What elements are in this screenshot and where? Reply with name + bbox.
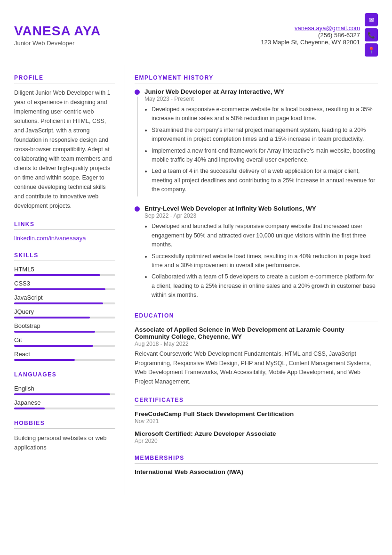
languages-title: LANGUAGES [14,371,115,380]
education-text: Relevant Coursework: Web Development Fun… [135,350,378,386]
job-dot-col [135,88,140,196]
skill-item: CSS3 [14,280,115,290]
skills-title: SKILLS [14,252,115,261]
skill-name: Bootstrap [14,322,115,329]
jobs-list: Junior Web Developer at Array Interactiv… [135,88,378,302]
certificate-date: Nov 2021 [135,418,378,424]
left-column: PROFILE Diligent Junior Web Developer wi… [0,65,125,495]
header-left: VANESA AYA Junior Web Developer [14,24,101,47]
hobbies-title: HOBBIES [14,420,115,429]
job-bullet: Developed and launched a fully responsiv… [152,222,378,249]
language-name: English [14,385,115,392]
job-dot [135,90,140,95]
job-line [137,97,138,196]
candidate-title: Junior Web Developer [14,40,101,47]
skill-item: HTML5 [14,266,115,276]
profile-text: Diligent Junior Web Developer with 1 yea… [14,88,115,211]
membership-entry: International Web Association (IWA) [135,468,378,475]
links-title: LINKS [14,221,115,230]
skills-list: HTML5 CSS3 JavaScript JQuery Bootstrap [14,266,115,361]
skill-name: React [14,351,115,358]
certificates-title: CERTIFICATES [135,397,378,406]
hobbies-text: Building personal websites or web applic… [14,433,115,452]
job-dot [135,206,140,212]
link-item: linkedin.com/in/vanesaaya [14,235,115,242]
education-title: EDUCATION [135,312,378,321]
skill-bar-bg [14,274,115,276]
job-bullet: Successfully optimized website load time… [152,252,378,270]
email-link[interactable]: vanesa.aya@gmail.com [295,24,360,32]
skill-item: Bootstrap [14,322,115,333]
education-section: EDUCATION Associate of Applied Science i… [135,312,378,386]
skill-name: JavaScript [14,294,115,301]
job-bullet: Implemented a new front-end framework fo… [152,147,378,165]
job-content: Entry-Level Web Developer at Infinity We… [144,205,378,302]
skill-item: React [14,351,115,361]
memberships-list: International Web Association (IWA) [135,468,378,475]
language-item: English [14,385,115,395]
profile-title: PROFILE [14,74,115,83]
language-bar-fill [14,393,110,395]
header-right: vanesa.aya@gmail.com (256) 586-6327 123 … [261,13,378,57]
skill-name: HTML5 [14,266,115,273]
skill-name: Git [14,336,115,343]
contact-info: vanesa.aya@gmail.com (256) 586-6327 123 … [261,24,360,46]
language-bar-fill [14,408,45,409]
language-bar-bg [14,393,115,395]
skill-item: Git [14,336,115,347]
skill-bar-bg [14,331,115,333]
languages-list: English Japanese [14,385,115,409]
skills-section: SKILLS HTML5 CSS3 JavaScript JQuery Boot… [14,252,115,361]
skill-name: JQuery [14,308,115,315]
job-dot-col [135,205,140,302]
education-title-text: Associate of Applied Science in Web Deve… [135,326,378,340]
job-date: Sep 2022 - Apr 2023 [144,212,378,219]
job-date: May 2023 - Present [144,96,378,102]
employment-title: EMPLOYMENT HISTORY [135,74,378,83]
languages-section: LANGUAGES English Japanese [14,371,115,409]
job-bullet: Developed a responsive e-commerce websit… [152,105,378,123]
certificates-section: CERTIFICATES FreeCodeCamp Full Stack Dev… [135,397,378,444]
job-entry: Entry-Level Web Developer at Infinity We… [135,205,378,302]
job-bullets: Developed and launched a fully responsiv… [144,222,378,300]
skill-bar-fill [14,302,103,304]
job-bullet: Streamlined the company's internal proje… [152,126,378,144]
education-entry: Associate of Applied Science in Web Deve… [135,326,378,386]
skill-bar-bg [14,345,115,347]
linkedin-link[interactable]: linkedin.com/in/vanesaaya [14,235,86,242]
language-item: Japanese [14,399,115,409]
header: VANESA AYA Junior Web Developer vanesa.a… [0,0,392,65]
skill-item: JavaScript [14,294,115,304]
contact-icons: ✉ 📞 📍 [365,13,378,57]
job-content: Junior Web Developer at Array Interactiv… [144,88,378,196]
job-bullet: Led a team of 4 in the successful delive… [152,167,378,194]
certificate-entry: Microsoft Certified: Azure Developer Ass… [135,430,378,444]
skill-bar-bg [14,317,115,318]
membership-title: International Web Association (IWA) [135,468,378,475]
certificate-title: Microsoft Certified: Azure Developer Ass… [135,430,378,437]
phone-icon: 📞 [365,28,378,41]
hobbies-section: HOBBIES Building personal websites or we… [14,420,115,452]
certificates-list: FreeCodeCamp Full Stack Development Cert… [135,410,378,444]
certificate-title: FreeCodeCamp Full Stack Development Cert… [135,410,378,417]
education-list: Associate of Applied Science in Web Deve… [135,326,378,386]
certificate-date: Apr 2020 [135,438,378,444]
skill-bar-fill [14,274,100,276]
profile-section: PROFILE Diligent Junior Web Developer wi… [14,74,115,211]
skill-bar-bg [14,288,115,290]
job-bullets: Developed a responsive e-commerce websit… [144,105,378,194]
skill-name: CSS3 [14,280,115,287]
job-title: Junior Web Developer at Array Interactiv… [144,88,378,95]
job-title: Entry-Level Web Developer at Infinity We… [144,205,378,212]
right-column: EMPLOYMENT HISTORY Junior Web Developer … [125,65,392,495]
location-icon: 📍 [365,43,378,57]
job-entry: Junior Web Developer at Array Interactiv… [135,88,378,196]
language-bar-bg [14,408,115,409]
main-content: PROFILE Diligent Junior Web Developer wi… [0,65,392,509]
candidate-name: VANESA AYA [14,24,101,39]
skill-bar-bg [14,359,115,361]
skill-item: JQuery [14,308,115,318]
address: 123 Maple St, Cheyenne, WY 82001 [261,39,360,46]
skill-bar-fill [14,288,105,290]
phone-number: (256) 586-6327 [261,32,360,39]
